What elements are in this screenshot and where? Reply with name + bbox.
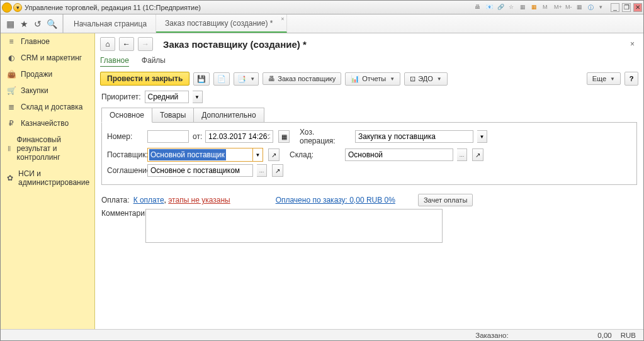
tb-menu-caret[interactable]: ▾ (599, 4, 608, 11)
offset-payment-button[interactable]: Зачет оплаты (418, 194, 473, 206)
tb-grid-icon[interactable]: ▦ (577, 4, 585, 11)
bag-icon: 👜 (7, 70, 16, 79)
close-page-button[interactable]: × (626, 40, 638, 48)
number-label: Номер: (107, 132, 144, 141)
tab-start-page[interactable]: Начальная страница (65, 14, 156, 33)
comment-input[interactable] (145, 209, 443, 243)
sidebar-item-treasury[interactable]: ₽Казначейство (1, 115, 94, 131)
tb-print-icon[interactable]: 🖶 (475, 4, 483, 11)
chart-icon: ⫴ (7, 144, 12, 153)
agreement-label: Соглашение: (107, 166, 144, 175)
tab-close-icon[interactable]: × (281, 16, 284, 22)
date-input[interactable] (205, 130, 273, 143)
from-label: от: (193, 132, 201, 141)
nav-home-button[interactable]: ⌂ (100, 37, 115, 51)
comment-label: Комментарий: (101, 209, 142, 218)
tb-mail-icon[interactable]: 📧 (486, 4, 495, 11)
search-icon[interactable]: 🔍 (45, 17, 59, 31)
window-restore[interactable]: ❐ (622, 3, 631, 12)
payment-link[interactable]: К оплате (133, 196, 164, 204)
op-select[interactable] (355, 130, 473, 143)
tab-order[interactable]: Заказ поставщику (создание) *× (156, 14, 287, 33)
sidebar-item-sales[interactable]: 👜Продажи (1, 66, 94, 82)
reports-button[interactable]: 📊 Отчеты▼ (345, 72, 400, 86)
tb-link-icon[interactable]: 🔗 (497, 4, 506, 11)
ordered-amount: 0,00 (517, 332, 612, 339)
payment-stages[interactable]: этапы не указаны (168, 196, 230, 204)
help-button[interactable]: ? (624, 72, 638, 86)
subtab-main[interactable]: Главное (100, 56, 129, 67)
sidebar-item-admin[interactable]: ✿НСИ и администрирование (1, 165, 94, 191)
nav-back-button[interactable]: ← (119, 37, 134, 51)
supplier-label: Поставщик: (107, 150, 144, 159)
priority-label: Приоритет: (101, 92, 141, 101)
list-icon: ≣ (7, 103, 16, 111)
tab-goods[interactable]: Товары (152, 108, 194, 123)
tb-info-icon[interactable]: ⓘ (588, 4, 597, 11)
sidebar-item-warehouse[interactable]: ≣Склад и доставка (1, 99, 94, 115)
apps-grid-icon[interactable]: ▦ (3, 17, 17, 31)
print-order-button[interactable]: 🖶 Заказ поставщику (263, 72, 341, 85)
payment-label: Оплата: (101, 196, 130, 204)
tb-calc-icon[interactable]: ▦ (520, 4, 529, 11)
save-button[interactable]: 💾 (193, 72, 210, 86)
warehouse-label: Склад: (290, 150, 341, 159)
history-icon[interactable]: ↺ (31, 17, 45, 31)
op-label: Хоз. операция: (300, 128, 351, 145)
memory-mminus[interactable]: M- (565, 4, 574, 11)
tab-extra[interactable]: Дополнительно (194, 108, 264, 123)
priority-caret[interactable]: ▼ (193, 91, 203, 103)
window-title: Управление торговлей, редакция 11 (1С:Пр… (22, 4, 475, 11)
section-sidebar: ≡Главное ◐CRM и маркетинг 👜Продажи 🛒Заку… (1, 33, 95, 329)
warehouse-open[interactable]: ↗ (472, 148, 483, 161)
post-button[interactable]: 📄 (213, 72, 230, 86)
warehouse-dots[interactable]: … (457, 148, 467, 161)
tb-star-icon[interactable]: ☆ (509, 4, 517, 11)
sidebar-item-finance[interactable]: ⫴Финансовый результат и контроллинг (1, 131, 94, 165)
agreement-open[interactable]: ↗ (272, 164, 283, 177)
edo-button[interactable]: ⊡ ЭДО▼ (404, 72, 447, 86)
tab-basic[interactable]: Основное (101, 108, 152, 123)
currency-label: RUB (621, 332, 636, 339)
number-input[interactable] (147, 130, 189, 143)
supplier-open[interactable]: ↗ (268, 148, 280, 161)
supplier-select[interactable]: Основной поставщик ▼ (147, 148, 263, 162)
crm-icon: ◐ (7, 53, 16, 62)
window-close[interactable]: ✕ (633, 3, 642, 12)
nav-forward-button[interactable]: → (138, 37, 153, 51)
home-icon: ≡ (7, 37, 16, 46)
ruble-icon: ₽ (7, 119, 16, 128)
tb-cal-icon[interactable]: ▦ (531, 4, 540, 11)
cart-icon: 🛒 (7, 86, 16, 95)
ordered-label: Заказано: (475, 332, 509, 339)
agreement-select[interactable] (147, 164, 253, 177)
memory-m[interactable]: M (543, 4, 551, 11)
op-caret[interactable]: ▼ (477, 130, 487, 143)
supplier-caret[interactable]: ▼ (252, 148, 263, 161)
subtab-files[interactable]: Файлы (142, 56, 166, 67)
warehouse-select[interactable] (345, 148, 453, 161)
gear-icon: ✿ (7, 174, 13, 182)
favorite-star-icon[interactable]: ★ (17, 17, 31, 31)
create-based-on-button[interactable]: 📑▼ (234, 72, 259, 86)
app-icon-back[interactable]: ▾ (13, 3, 22, 12)
calendar-button[interactable]: ▦ (278, 130, 290, 143)
priority-select[interactable] (145, 91, 189, 103)
sidebar-item-crm[interactable]: ◐CRM и маркетинг (1, 50, 94, 66)
agreement-dots[interactable]: … (257, 164, 267, 177)
sidebar-item-main[interactable]: ≡Главное (1, 33, 94, 50)
submit-close-button[interactable]: Провести и закрыть (100, 72, 189, 86)
app-icon (2, 3, 12, 13)
window-minimize[interactable]: _ (611, 3, 619, 12)
page-title: Заказ поставщику (создание) * (163, 39, 307, 50)
sidebar-item-purchases[interactable]: 🛒Закупки (1, 82, 94, 99)
memory-mplus[interactable]: M+ (554, 4, 563, 11)
paid-link[interactable]: Оплачено по заказу: 0,00 RUB 0% (276, 196, 395, 204)
more-button[interactable]: Еще▼ (587, 72, 621, 85)
